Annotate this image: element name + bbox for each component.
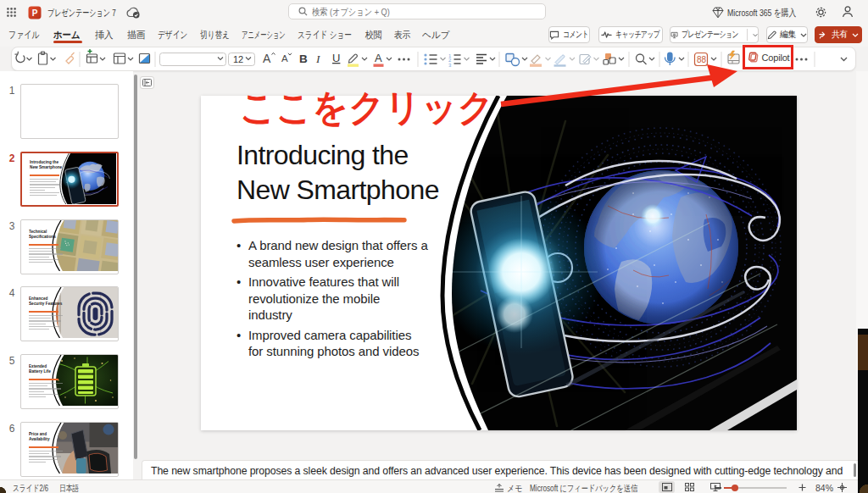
svg-text:A: A — [375, 52, 382, 64]
svg-text:P: P — [32, 8, 38, 18]
svg-text:12: 12 — [233, 54, 243, 64]
svg-text:B: B — [299, 53, 308, 65]
svg-text:A: A — [281, 53, 288, 64]
svg-text:U: U — [332, 52, 340, 64]
svg-text:3: 3 — [448, 63, 452, 68]
svg-text:A: A — [263, 52, 271, 65]
svg-text:I: I — [315, 53, 321, 65]
